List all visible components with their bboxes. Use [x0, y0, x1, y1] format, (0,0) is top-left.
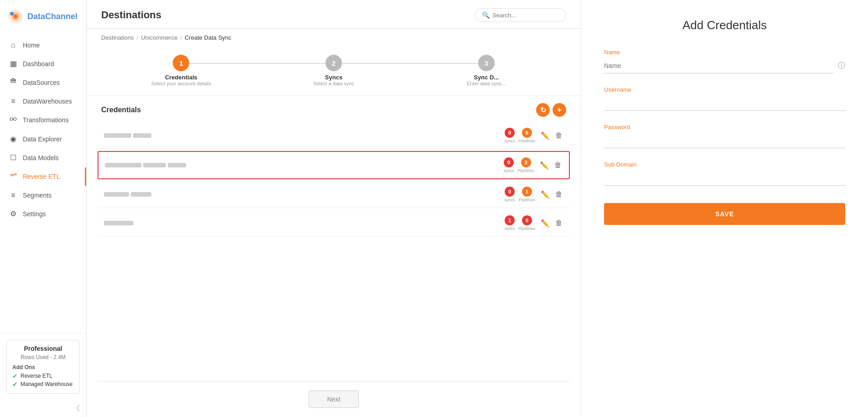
credentials-section-header: Credentials ↻ + [87, 96, 581, 122]
sidebar-item-label: DataSources [23, 79, 60, 86]
step-label-1: Credentials [165, 74, 197, 81]
credential-icons-1: ✏️ 🗑 [540, 130, 563, 141]
plan-box: Professional Rows Used - 2.4M Add Ons ✔ … [6, 340, 80, 394]
step-wizard: 1 Credentials Select your account detail… [87, 47, 581, 96]
search-box[interactable]: 🔍 [475, 8, 566, 22]
sidebar-bottom: Professional Rows Used - 2.4M Add Ons ✔ … [0, 333, 86, 400]
credential-icons-2: ✏️ 🗑 [539, 160, 563, 171]
next-button[interactable]: Next [309, 391, 359, 408]
step-label-3: Sync D... [474, 74, 499, 81]
sidebar-item-label: Transformations [23, 116, 69, 124]
pipelines-count-2: 2 [521, 157, 531, 167]
sidebar-item-datasources[interactable]: DataSources [0, 73, 86, 92]
form-group-subdomain: Sub Domain [604, 161, 845, 186]
sidebar-item-label: Reverse ETL [23, 173, 60, 180]
search-icon: 🔍 [482, 11, 490, 19]
syncs-count-3: 0 [505, 187, 515, 197]
add-credentials-panel: Add Credentials Name ⓘ Username Password… [581, 0, 868, 417]
credential-icons-4: ✏️ 🗑 [540, 218, 563, 229]
refresh-button[interactable]: ↻ [536, 103, 550, 117]
password-input[interactable] [604, 133, 845, 148]
pipelines-count-1: 6 [522, 128, 532, 138]
syncs-count-1: 0 [505, 128, 515, 138]
credentials-title: Credentials [101, 106, 141, 114]
breadcrumb-destinations[interactable]: Destinations [101, 34, 134, 41]
footer-actions: Next [87, 381, 581, 417]
credentials-list: 0 syncs 6 Pipelines ✏️ 🗑 [87, 122, 581, 381]
credential-badges-3: 0 syncs 1 Pipelines [504, 187, 535, 202]
add-credential-button[interactable]: + [553, 103, 566, 117]
sidebar-item-settings[interactable]: ⚙ Settings [0, 205, 86, 223]
breadcrumb: Destinations / Unicommerce / Create Data… [87, 29, 581, 47]
credential-row-4[interactable]: 1 syncs 0 Pipelines ✏️ 🗑 [98, 210, 570, 237]
sidebar-item-reverse-etl[interactable]: Reverse ETL [0, 167, 86, 186]
sidebar-item-datawarehouses[interactable]: ≡ DataWarehouses [0, 93, 86, 110]
pipelines-badge-2: 2 Pipelines [517, 157, 534, 173]
sidebar-item-segments[interactable]: ≡ Segments [0, 187, 86, 204]
addon-label: Reverse ETL [21, 373, 52, 379]
edit-button-4[interactable]: ✏️ [540, 218, 551, 229]
step-circle-1: 1 [173, 55, 189, 71]
svg-point-6 [10, 118, 13, 120]
step-circle-2: 2 [326, 55, 342, 71]
sidebar-nav: ⌂ Home ▦ Dashboard DataSources ≡ DataWar… [0, 33, 86, 333]
datasources-icon [9, 78, 17, 87]
panel-title: Add Credentials [604, 18, 845, 32]
sidebar-item-label: Dashboard [23, 60, 54, 68]
main-header: Destinations 🔍 [87, 0, 581, 29]
field-label-username: Username [604, 86, 845, 93]
field-label-subdomain: Sub Domain [604, 161, 845, 168]
segments-icon: ≡ [9, 191, 17, 199]
reverse-etl-icon [9, 172, 17, 181]
wizard-step-2: 2 Syncs Select a data sync [258, 55, 410, 86]
name-input[interactable] [604, 58, 834, 73]
edit-button-1[interactable]: ✏️ [540, 130, 551, 141]
collapse-arrow-button[interactable]: 《 [72, 404, 80, 413]
info-icon[interactable]: ⓘ [838, 61, 845, 71]
dashboard-icon: ▦ [9, 59, 17, 68]
sidebar-item-transformations[interactable]: Transformations [0, 111, 86, 129]
syncs-badge-2: 0 syncs [503, 157, 514, 173]
page-title: Destinations [101, 9, 161, 21]
credential-name-4 [104, 221, 504, 225]
sidebar-collapse[interactable]: 《 [0, 400, 86, 417]
credential-row-1[interactable]: 0 syncs 6 Pipelines ✏️ 🗑 [98, 122, 570, 149]
search-input[interactable] [492, 12, 556, 19]
credential-badges-1: 0 syncs 6 Pipelines [504, 128, 535, 143]
sidebar-item-data-explorer[interactable]: ◉ Data Explorer [0, 130, 86, 148]
sidebar-item-label: Home [23, 42, 40, 49]
svg-point-4 [12, 78, 15, 81]
breadcrumb-current: Create Data Sync [185, 34, 232, 41]
form-group-password: Password [604, 124, 845, 148]
logo-icon [7, 8, 24, 25]
edit-button-3[interactable]: ✏️ [540, 189, 551, 200]
save-button[interactable]: SAVE [604, 203, 845, 225]
delete-button-2[interactable]: 🗑 [553, 160, 563, 170]
svg-point-2 [13, 14, 18, 19]
name-input-row: ⓘ [604, 58, 845, 73]
sidebar-item-home[interactable]: ⌂ Home [0, 36, 86, 54]
delete-button-3[interactable]: 🗑 [554, 189, 563, 199]
plan-rows: Rows Used - 2.4M [12, 354, 74, 360]
delete-button-1[interactable]: 🗑 [554, 130, 563, 141]
username-input[interactable] [604, 96, 845, 111]
main-content: Destinations 🔍 Destinations / Unicommerc… [87, 0, 581, 417]
credential-row-3[interactable]: 0 syncs 1 Pipelines ✏️ 🗑 [98, 181, 570, 208]
edit-button-2[interactable]: ✏️ [539, 160, 550, 171]
syncs-badge-1: 0 syncs [504, 128, 515, 143]
syncs-badge-4: 1 syncs [504, 215, 515, 231]
sidebar-item-data-models[interactable]: ☐ Data Models [0, 149, 86, 167]
credential-name-1 [104, 133, 504, 138]
delete-button-4[interactable]: 🗑 [554, 218, 563, 228]
breadcrumb-unicommerce[interactable]: Unicommerce [141, 34, 177, 41]
step-sublabel-3: Enter data sync... [467, 81, 506, 86]
form-group-name: Name ⓘ [604, 49, 845, 73]
data-models-icon: ☐ [9, 153, 17, 162]
addon-item-managed-warehouse: ✔ Managed Warehouse [12, 381, 74, 388]
home-icon: ⌂ [9, 41, 17, 49]
subdomain-input[interactable] [604, 171, 845, 186]
sidebar-item-dashboard[interactable]: ▦ Dashboard [0, 55, 86, 73]
credential-name-3 [104, 192, 504, 197]
credential-row-2[interactable]: 0 syncs 2 Pipelines ✏️ 🗑 [98, 151, 570, 179]
addon-label: Managed Warehouse [21, 381, 72, 387]
